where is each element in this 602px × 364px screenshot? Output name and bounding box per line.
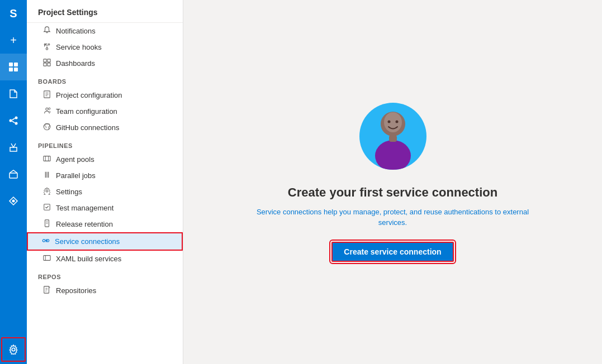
svg-rect-18 <box>48 63 50 66</box>
add-icon[interactable]: + <box>0 27 27 54</box>
team-config-label: Team configuration <box>56 107 117 116</box>
sidebar-item-agent-pools[interactable]: Agent pools <box>27 151 183 167</box>
test-management-icon <box>42 203 51 213</box>
dashboards-label: Dashboards <box>56 59 95 68</box>
svg-point-49 <box>395 120 398 123</box>
repos-section-header: Repos <box>27 267 183 282</box>
pipelines-section-header: Pipelines <box>27 136 183 151</box>
dashboards-icon <box>42 59 51 68</box>
boards-activity-icon[interactable] <box>0 54 27 80</box>
xaml-build-label: XAML build services <box>56 255 121 263</box>
svg-rect-9 <box>10 173 17 178</box>
release-retention-icon <box>42 219 51 229</box>
project-config-label: Project configuration <box>56 91 122 99</box>
service-hooks-icon <box>42 42 51 52</box>
repositories-icon <box>42 286 51 295</box>
svg-point-6 <box>15 122 18 125</box>
svg-rect-26 <box>44 156 50 161</box>
extensions-activity-icon[interactable] <box>0 188 27 214</box>
svg-point-10 <box>12 200 15 203</box>
svg-rect-3 <box>14 68 18 71</box>
avatar-illustration <box>359 103 426 170</box>
agent-pools-icon <box>42 155 51 164</box>
parallel-jobs-label: Parallel jobs <box>56 171 96 180</box>
azure-logo-icon[interactable]: S <box>0 0 27 27</box>
svg-point-14 <box>48 44 50 45</box>
svg-rect-1 <box>14 63 18 66</box>
svg-rect-16 <box>48 59 50 62</box>
svg-point-4 <box>10 119 12 122</box>
svg-rect-17 <box>44 63 46 66</box>
sidebar-item-parallel-jobs[interactable]: Parallel jobs <box>27 167 183 184</box>
sidebar-item-repositories[interactable]: Repositories <box>27 282 183 299</box>
sidebar-item-xaml-build[interactable]: XAML build services <box>27 251 183 267</box>
svg-point-32 <box>46 190 48 192</box>
team-config-icon <box>42 107 51 116</box>
empty-state-title: Create your first service connection <box>288 185 497 200</box>
sidebar-item-github-connections[interactable]: GitHub connections <box>27 119 183 136</box>
agent-pools-label: Agent pools <box>56 155 94 164</box>
sidebar-title: Project Settings <box>27 0 183 23</box>
sidebar-item-team-config[interactable]: Team configuration <box>27 103 183 119</box>
xaml-build-icon <box>42 254 51 264</box>
service-connections-label: Service connections <box>55 237 120 246</box>
svg-rect-33 <box>44 204 50 210</box>
empty-state-description: Service connections help you manage, pro… <box>253 207 533 228</box>
repositories-label: Repositories <box>56 286 96 295</box>
activity-bar: S + <box>0 0 27 364</box>
sidebar-item-release-retention[interactable]: Release retention <box>27 216 183 232</box>
sidebar-item-service-hooks[interactable]: Service hooks <box>27 39 183 55</box>
svg-rect-51 <box>389 135 397 142</box>
pipelines-activity-icon[interactable] <box>0 107 27 134</box>
svg-rect-0 <box>9 63 13 66</box>
sidebar-item-service-connections[interactable]: Service connections <box>27 232 183 251</box>
svg-point-23 <box>46 108 48 110</box>
service-connections-icon <box>41 237 50 246</box>
settings-icon <box>42 187 51 197</box>
boards-section-header: Boards <box>27 71 183 87</box>
svg-point-37 <box>42 240 45 242</box>
sidebar-item-dashboards[interactable]: Dashboards <box>27 55 183 71</box>
main-content: Create your first service connection Ser… <box>183 0 602 364</box>
sidebar-item-test-management[interactable]: Test management <box>27 200 183 216</box>
svg-rect-2 <box>9 68 13 71</box>
sidebar: Project Settings Notifications Service h… <box>27 0 183 364</box>
settings-label: Settings <box>56 188 82 196</box>
create-service-connection-button[interactable]: Create service connection <box>331 242 453 262</box>
service-hooks-label: Service hooks <box>56 43 102 51</box>
test-management-label: Test management <box>56 204 113 212</box>
activity-bar-top: S + <box>0 0 27 214</box>
testplans-activity-icon[interactable] <box>0 134 27 161</box>
artifacts-activity-icon[interactable] <box>0 161 27 188</box>
settings-gear-icon[interactable] <box>1 337 26 362</box>
svg-point-50 <box>375 140 411 170</box>
github-connections-label: GitHub connections <box>56 123 119 132</box>
sidebar-item-notifications[interactable]: Notifications <box>27 23 183 39</box>
svg-line-8 <box>12 121 15 123</box>
activity-bar-bottom <box>0 337 27 364</box>
svg-point-12 <box>46 48 48 50</box>
svg-point-47 <box>384 112 402 132</box>
svg-line-7 <box>12 118 15 120</box>
project-config-icon <box>42 90 51 100</box>
github-connections-icon <box>42 123 51 132</box>
svg-point-11 <box>12 348 15 351</box>
sidebar-item-settings[interactable]: Settings <box>27 184 183 200</box>
repos-activity-icon[interactable] <box>0 80 27 107</box>
sidebar-item-project-config[interactable]: Project configuration <box>27 87 183 103</box>
svg-rect-15 <box>44 59 46 62</box>
notifications-label: Notifications <box>56 27 96 35</box>
empty-state: Create your first service connection Ser… <box>253 103 533 262</box>
notifications-icon <box>42 26 51 36</box>
svg-point-24 <box>49 108 50 109</box>
parallel-jobs-icon <box>42 171 51 180</box>
svg-point-5 <box>15 117 18 119</box>
release-retention-label: Release retention <box>56 220 113 228</box>
svg-point-48 <box>387 120 390 123</box>
svg-rect-40 <box>44 256 50 261</box>
